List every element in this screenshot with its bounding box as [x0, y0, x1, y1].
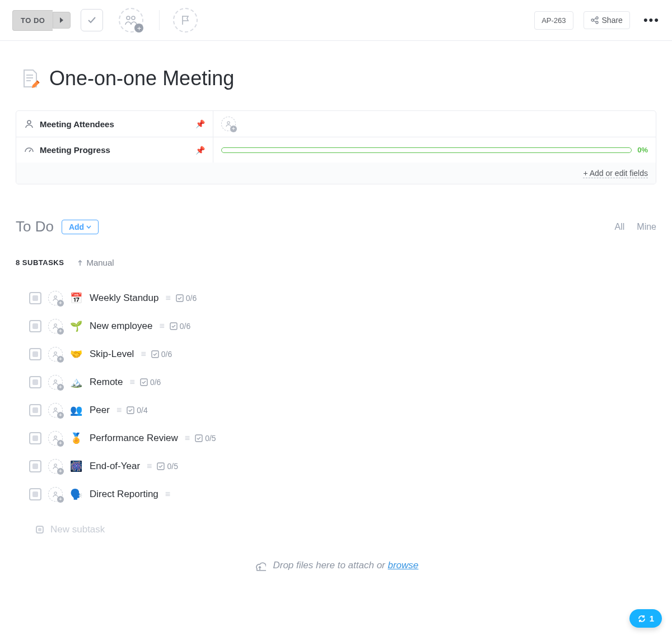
checklist-icon	[195, 434, 203, 442]
flag-icon	[180, 15, 190, 26]
add-assignees-button[interactable]: +	[119, 8, 143, 33]
status-button[interactable]: TO DO	[12, 10, 53, 31]
svg-rect-12	[152, 351, 158, 358]
field-label[interactable]: Meeting Progress 📌	[16, 137, 213, 163]
drag-handle-icon[interactable]: ≡	[141, 349, 144, 359]
svg-point-15	[54, 408, 57, 410]
svg-point-19	[54, 464, 57, 466]
subtask-counter: 0/6	[151, 350, 172, 359]
subtask-title: End-of-Year	[90, 461, 140, 472]
status-checkbox[interactable]	[29, 488, 41, 500]
drag-handle-icon[interactable]: ≡	[159, 321, 162, 331]
page-title[interactable]: One-on-one Meeting	[49, 67, 234, 90]
subtask-emoji: 🎆	[69, 460, 83, 472]
assign-person-icon[interactable]	[48, 459, 63, 474]
field-label[interactable]: Meeting Attendees 📌	[16, 111, 213, 137]
assign-person-icon[interactable]	[48, 319, 63, 333]
caret-down-icon	[86, 225, 91, 229]
svg-point-6	[227, 122, 230, 124]
subtask-meta: 8 SUBTASKS Manual	[16, 258, 656, 267]
status-checkbox[interactable]	[29, 404, 41, 416]
plus-badge-icon: +	[134, 24, 143, 33]
add-person-icon[interactable]	[221, 117, 236, 131]
svg-point-4	[596, 21, 598, 24]
subtask-row[interactable]: 🎆End-of-Year≡0/5	[16, 452, 656, 480]
new-subtask-placeholder: New subtask	[50, 524, 105, 535]
assign-person-icon[interactable]	[48, 487, 63, 502]
status-pill: TO DO	[12, 10, 71, 31]
status-checkbox[interactable]	[29, 348, 41, 360]
subtask-title: Direct Reporting	[90, 489, 158, 500]
svg-point-1	[132, 16, 135, 20]
assign-person-icon[interactable]	[48, 431, 63, 446]
subtask-count: 8 SUBTASKS	[16, 258, 64, 267]
todo-heading: To Do	[16, 218, 54, 235]
add-subtask-button[interactable]: Add	[62, 220, 99, 234]
checklist-icon	[176, 294, 184, 302]
filter-mine[interactable]: Mine	[637, 222, 656, 232]
drag-handle-icon[interactable]: ≡	[147, 461, 150, 471]
mark-complete-button[interactable]	[81, 9, 103, 31]
more-menu-button[interactable]: •••	[643, 13, 660, 27]
svg-point-0	[127, 16, 130, 20]
status-checkbox[interactable]	[29, 460, 41, 472]
subtask-title: Weekly Standup	[90, 293, 158, 304]
pin-icon[interactable]: 📌	[195, 146, 205, 155]
subtask-title: New employee	[90, 321, 152, 332]
subtask-row[interactable]: 🗣️Direct Reporting≡	[16, 480, 656, 508]
cloud-upload-icon	[254, 560, 266, 572]
subtask-row[interactable]: 🌱New employee≡0/6	[16, 312, 656, 340]
top-toolbar: TO DO + AP-263 Share •••	[0, 0, 672, 41]
assign-person-icon[interactable]	[48, 291, 63, 305]
attachment-dropzone[interactable]: Drop files here to attach or browse	[16, 551, 656, 586]
checklist-icon	[140, 378, 148, 386]
subtask-row[interactable]: 🏔️Remote≡0/6	[16, 368, 656, 396]
fields-footer: + Add or edit fields	[16, 163, 656, 184]
add-edit-fields-link[interactable]: + Add or edit fields	[583, 169, 648, 178]
pin-icon[interactable]: 📌	[195, 119, 205, 128]
attendees-value[interactable]	[213, 111, 656, 137]
progress-value[interactable]: 0%	[213, 137, 656, 163]
drag-handle-icon[interactable]: ≡	[165, 489, 169, 499]
add-label: Add	[69, 222, 84, 231]
new-subtask-input[interactable]: New subtask	[36, 518, 656, 541]
svg-rect-8	[176, 295, 183, 302]
drag-handle-icon[interactable]: ≡	[116, 405, 120, 415]
drag-handle-icon[interactable]: ≡	[130, 377, 133, 387]
title-row: One-on-one Meeting	[20, 67, 656, 90]
svg-point-9	[54, 324, 57, 326]
svg-point-2	[591, 19, 594, 21]
status-checkbox[interactable]	[29, 292, 41, 304]
drag-handle-icon[interactable]: ≡	[185, 433, 188, 443]
task-id-chip[interactable]: AP-263	[534, 11, 573, 30]
assign-person-icon[interactable]	[48, 403, 63, 418]
subtask-counter: 0/5	[195, 434, 216, 443]
svg-point-13	[54, 380, 57, 382]
share-button[interactable]: Share	[584, 11, 630, 29]
status-checkbox[interactable]	[29, 432, 41, 444]
set-priority-button[interactable]	[173, 8, 198, 33]
custom-fields: Meeting Attendees 📌 Meeting Progress 📌 0…	[16, 110, 656, 184]
status-next-button[interactable]	[53, 12, 71, 29]
subtask-emoji: 🏔️	[69, 376, 83, 388]
svg-point-7	[54, 296, 57, 298]
subtask-row[interactable]: 👥Peer≡0/4	[16, 396, 656, 424]
field-meeting-attendees: Meeting Attendees 📌	[16, 111, 656, 137]
status-checkbox[interactable]	[29, 320, 41, 332]
subtask-row[interactable]: 📅Weekly Standup≡0/6	[16, 284, 656, 312]
todo-header: To Do Add All Mine	[16, 218, 656, 235]
assign-person-icon[interactable]	[48, 347, 63, 361]
status-checkbox[interactable]	[29, 376, 41, 388]
progress-bar[interactable]	[221, 147, 632, 153]
field-meeting-progress: Meeting Progress 📌 0%	[16, 137, 656, 163]
drag-handle-icon[interactable]: ≡	[165, 293, 169, 303]
filter-all[interactable]: All	[615, 222, 625, 232]
assign-person-icon[interactable]	[48, 375, 63, 389]
subtask-counter: 0/5	[157, 462, 178, 471]
dropzone-text: Drop files here to attach or	[273, 560, 388, 571]
svg-point-11	[54, 352, 57, 354]
browse-link[interactable]: browse	[388, 560, 418, 571]
sort-button[interactable]: Manual	[77, 258, 114, 267]
subtask-row[interactable]: 🤝Skip-Level≡0/6	[16, 340, 656, 368]
subtask-row[interactable]: 🏅Performance Review≡0/5	[16, 424, 656, 452]
